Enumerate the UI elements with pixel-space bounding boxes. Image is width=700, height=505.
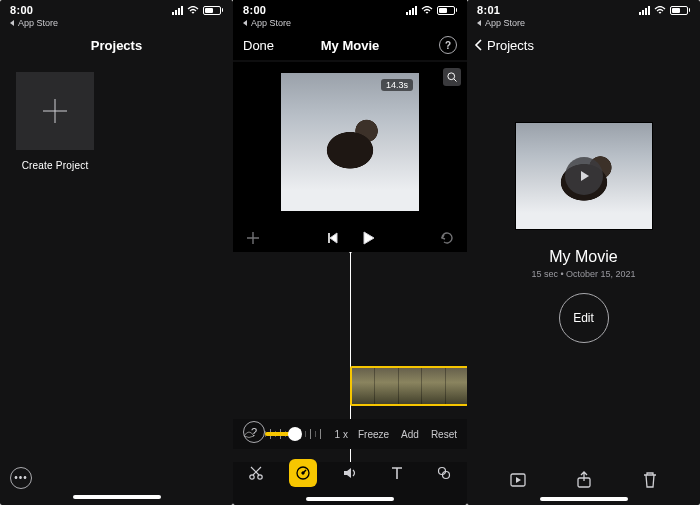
preview-frame[interactable]: 14.3s [281,73,419,211]
preview-viewport: 14.3s [233,62,467,222]
cellular-icon [406,5,417,15]
more-button[interactable]: ••• [10,467,32,489]
caret-left-icon [10,20,16,26]
skip-start-button[interactable] [324,230,340,246]
undo-button[interactable] [439,230,455,246]
slider-knob[interactable] [288,427,302,441]
circles-icon [436,465,452,481]
tool-cut[interactable] [242,459,270,487]
speed-control: 1 x Freeze Add Reset [233,419,467,449]
scissors-icon [248,465,264,481]
status-bar: 8:00 [233,0,467,18]
project-title: My Movie [467,248,700,266]
cellular-icon [172,5,183,15]
done-button[interactable]: Done [243,38,274,53]
editor-toolbar [233,449,467,505]
projects-screen: 8:00 App Store Projects Create Project •… [0,0,233,505]
home-indicator[interactable] [306,497,394,501]
text-icon [389,465,405,481]
svg-point-1 [250,475,254,479]
reset-button[interactable]: Reset [431,429,457,440]
back-to-appstore[interactable]: App Store [0,18,233,30]
tool-title[interactable] [383,459,411,487]
trash-icon[interactable] [641,471,659,489]
back-to-projects[interactable]: Projects [467,30,700,60]
svg-point-0 [448,73,455,80]
back-to-appstore[interactable]: App Store [467,18,700,30]
svg-point-4 [302,472,304,474]
tool-speed[interactable] [289,459,317,487]
timeline-clip[interactable] [350,366,467,406]
project-detail-screen: 8:01 App Store Projects My Movie 15 sec … [467,0,700,505]
wifi-icon [187,6,199,15]
speaker-icon [342,465,358,481]
tool-filter[interactable] [430,459,458,487]
movie-title: My Movie [321,38,380,53]
ellipsis-icon: ••• [14,473,28,483]
status-bar: 8:01 [467,0,700,18]
battery-icon [670,6,691,15]
status-bar: 8:00 [0,0,233,18]
play-button[interactable] [360,230,376,246]
create-project-label: Create Project [16,160,94,171]
svg-point-6 [442,472,449,479]
editor-help-button[interactable]: ? [243,421,265,443]
status-indicators [639,5,691,15]
play-rect-icon[interactable] [509,471,527,489]
playback-controls [233,222,467,252]
magnifier-icon [446,71,458,83]
battery-icon [437,6,458,15]
create-project-tile[interactable] [16,72,94,150]
share-icon[interactable] [575,471,593,489]
nav-bar: Projects [0,30,233,60]
add-media-button[interactable] [245,230,261,246]
status-time: 8:00 [10,4,33,16]
svg-point-2 [258,475,262,479]
back-label: Projects [487,38,534,53]
help-button[interactable]: ? [439,36,457,54]
status-time: 8:00 [243,4,266,16]
svg-point-5 [438,468,445,475]
clip-duration-badge: 14.3s [381,79,413,91]
tool-audio[interactable] [336,459,364,487]
status-indicators [172,5,224,15]
home-indicator[interactable] [73,495,161,499]
status-indicators [406,5,458,15]
editor-nav: Done My Movie ? [233,30,467,60]
wifi-icon [421,6,433,15]
project-thumbnail[interactable] [515,122,653,230]
caret-left-icon [477,20,483,26]
play-icon [576,168,592,184]
editor-screen: 8:00 App Store Done My Movie ? 14.3s [233,0,467,505]
cellular-icon [639,5,650,15]
edit-button[interactable]: Edit [559,293,609,343]
home-indicator[interactable] [540,497,628,501]
plus-icon [40,96,70,126]
battery-icon [203,6,224,15]
speed-value: 1 x [335,429,348,440]
nav-title: Projects [91,38,142,53]
play-button[interactable] [565,157,603,195]
add-button[interactable]: Add [401,429,419,440]
wifi-icon [654,6,666,15]
speed-slider[interactable] [265,425,325,443]
zoom-button[interactable] [443,68,461,86]
chevron-left-icon [473,39,485,51]
back-to-appstore[interactable]: App Store [233,18,467,30]
detail-actions [509,471,659,489]
project-subtitle: 15 sec • October 15, 2021 [467,269,700,279]
caret-left-icon [243,20,249,26]
gauge-icon [295,465,311,481]
status-time: 8:01 [477,4,500,16]
freeze-button[interactable]: Freeze [358,429,389,440]
video-thumbnail [281,73,419,211]
